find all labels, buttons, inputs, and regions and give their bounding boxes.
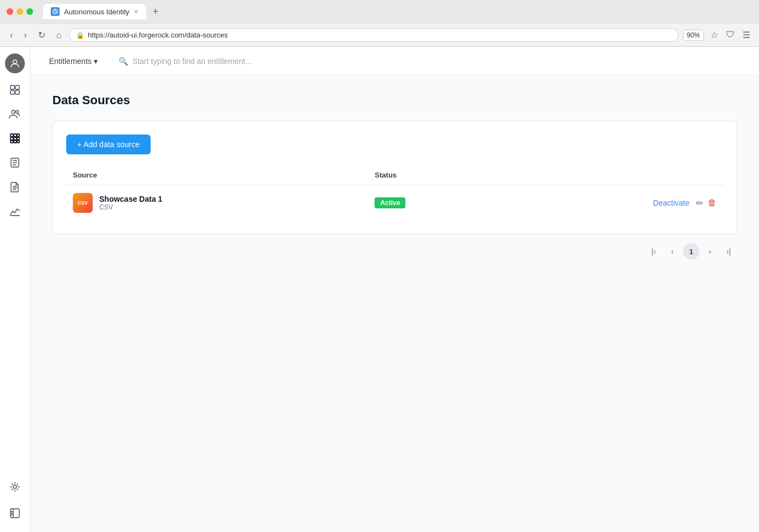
reading-list-icon[interactable]: ☰: [740, 28, 752, 42]
delete-icon[interactable]: 🗑: [708, 198, 717, 208]
data-sources-card: + Add data source Source Status: [52, 121, 737, 234]
main-content: Entitlements ▾ 🔍 Start typing to find an…: [30, 47, 759, 532]
svg-rect-16: [17, 141, 19, 143]
svg-rect-8: [10, 134, 13, 137]
sidebar-item-reports[interactable]: [4, 177, 26, 199]
maximize-dot[interactable]: [26, 8, 33, 15]
browser-titlebar: Autonomous Identity × +: [0, 0, 759, 23]
app-layout: Entitlements ▾ 🔍 Start typing to find an…: [0, 47, 759, 532]
first-page-button[interactable]: |‹: [645, 243, 662, 260]
sidebar-item-settings[interactable]: [4, 477, 26, 499]
table-header: Source Status: [66, 165, 723, 185]
minimize-dot[interactable]: [17, 8, 23, 15]
svg-rect-9: [14, 134, 17, 137]
search-bar: 🔍 Start typing to find an entitlement...: [112, 53, 746, 69]
sidebar-item-tasks[interactable]: [4, 153, 26, 175]
pagination: |‹ ‹ 1 › ›|: [52, 243, 737, 260]
search-placeholder: Start typing to find an entitlement...: [132, 57, 252, 66]
next-page-button[interactable]: ›: [702, 243, 718, 260]
avatar: [5, 53, 25, 73]
close-dot[interactable]: [7, 8, 13, 15]
svg-rect-2: [10, 85, 14, 89]
secure-icon: 🔒: [76, 31, 84, 39]
window-controls: [7, 8, 33, 15]
source-cell: CSV Showcase Data 1 CSV: [66, 185, 368, 221]
column-actions: [498, 165, 723, 185]
svg-point-6: [12, 110, 15, 114]
forward-button[interactable]: ›: [20, 28, 30, 42]
last-page-button[interactable]: ›|: [720, 243, 737, 260]
edit-icon[interactable]: ✏: [696, 198, 703, 208]
svg-point-1: [13, 60, 17, 64]
zoom-level: 90%: [683, 30, 704, 41]
address-bar[interactable]: 🔒 https://autoid-ui.forgerock.com/data-s…: [69, 28, 678, 42]
back-button[interactable]: ‹: [7, 28, 16, 42]
svg-rect-4: [10, 90, 14, 94]
browser-chrome: Autonomous Identity × + ‹ › ↻ ⌂ 🔒 https:…: [0, 0, 759, 47]
svg-rect-3: [15, 85, 19, 89]
svg-point-18: [13, 485, 17, 488]
browser-tab[interactable]: Autonomous Identity ×: [43, 4, 146, 19]
tab-close-button[interactable]: ×: [134, 7, 138, 16]
sidebar-item-dashboard[interactable]: [4, 80, 26, 102]
source-type-icon: CSV: [73, 193, 93, 213]
shield-icon[interactable]: 🛡: [724, 28, 737, 42]
column-status: Status: [368, 165, 498, 185]
sidebar: [0, 47, 30, 532]
search-icon: 🔍: [119, 57, 128, 66]
browser-toolbar-icons: ☆ 🛡 ☰: [708, 28, 752, 42]
address-text: https://autoid-ui.forgerock.com/data-sou…: [88, 31, 228, 39]
prev-page-button[interactable]: ‹: [664, 243, 681, 260]
data-sources-table: Source Status CSV: [66, 165, 723, 221]
top-nav: Entitlements ▾ 🔍 Start typing to find an…: [30, 47, 759, 76]
page-title: Data Sources: [52, 93, 737, 108]
bookmark-icon[interactable]: ☆: [708, 28, 720, 42]
svg-rect-15: [14, 141, 17, 143]
refresh-button[interactable]: ↻: [35, 28, 49, 42]
source-type: CSV: [99, 203, 162, 211]
page-content: Data Sources + Add data source Source St…: [30, 76, 759, 532]
svg-rect-10: [17, 134, 19, 137]
table-row: CSV Showcase Data 1 CSV Active: [66, 185, 723, 221]
home-button[interactable]: ⌂: [53, 28, 65, 42]
entitlements-label: Entitlements: [49, 57, 92, 66]
action-icons: ✏ 🗑: [696, 198, 717, 208]
svg-rect-13: [17, 137, 19, 140]
add-data-source-button[interactable]: + Add data source: [66, 135, 151, 154]
entitlements-dropdown[interactable]: Entitlements ▾: [44, 53, 103, 69]
current-page-button[interactable]: 1: [683, 243, 699, 260]
sidebar-bottom: [4, 477, 26, 525]
sidebar-item-analytics[interactable]: [4, 201, 26, 223]
deactivate-button[interactable]: Deactivate: [653, 198, 689, 207]
svg-rect-11: [10, 137, 13, 140]
add-button-label: + Add data source: [77, 140, 140, 149]
actions-cell: Deactivate ✏ 🗑: [498, 185, 723, 221]
tab-favicon: [51, 7, 60, 16]
table-body: CSV Showcase Data 1 CSV Active: [66, 185, 723, 221]
sidebar-item-toggle[interactable]: [4, 503, 26, 525]
sidebar-item-grid[interactable]: [4, 128, 26, 151]
source-name: Showcase Data 1: [99, 195, 162, 203]
svg-rect-12: [14, 137, 17, 140]
status-badge: Active: [375, 197, 405, 208]
svg-rect-5: [15, 90, 19, 94]
new-tab-button[interactable]: +: [153, 6, 159, 18]
column-source: Source: [66, 165, 368, 185]
status-cell: Active: [368, 185, 498, 221]
dropdown-arrow-icon: ▾: [94, 57, 98, 66]
svg-rect-14: [10, 141, 13, 143]
browser-toolbar: ‹ › ↻ ⌂ 🔒 https://autoid-ui.forgerock.co…: [0, 23, 759, 46]
svg-point-7: [16, 111, 19, 114]
source-icon-text: CSV: [78, 200, 88, 206]
tab-title: Autonomous Identity: [64, 8, 130, 16]
sidebar-item-users[interactable]: [4, 104, 26, 126]
